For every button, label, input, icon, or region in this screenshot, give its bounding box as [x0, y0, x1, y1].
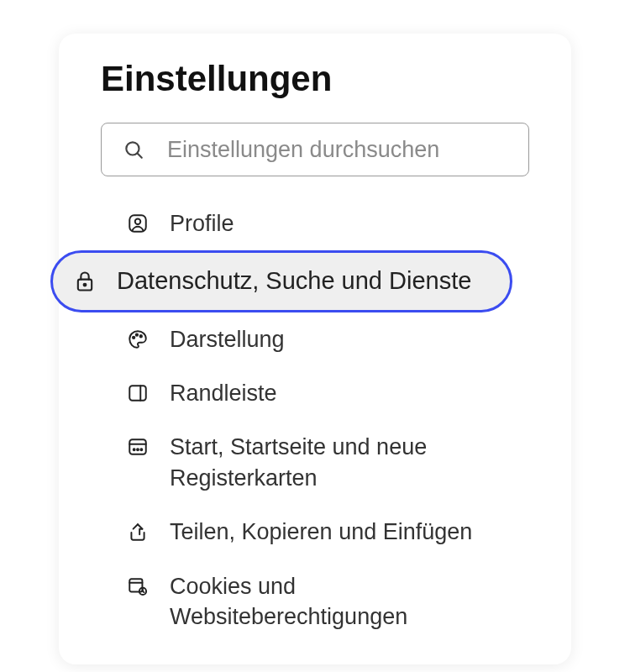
lock-icon	[73, 270, 97, 293]
page-title: Einstellungen	[101, 59, 529, 99]
nav-item-privacy[interactable]: Datenschutz, Suche und Dienste	[101, 250, 529, 312]
nav-item-profiles[interactable]: Profile	[101, 197, 529, 250]
nav-item-cookies[interactable]: Cookies und Websiteberechtigungen	[101, 559, 529, 644]
svg-point-15	[140, 449, 142, 451]
svg-point-7	[136, 333, 138, 335]
search-box[interactable]	[101, 123, 529, 176]
search-icon	[122, 138, 145, 161]
svg-rect-2	[129, 215, 146, 232]
nav-label: Profile	[170, 208, 234, 239]
nav-label: Datenschutz, Suche und Dienste	[117, 265, 471, 297]
nav-item-start[interactable]: Start, Startseite und neue Registerkarte…	[101, 420, 529, 505]
nav-label: Teilen, Kopieren und Einfügen	[170, 517, 472, 547]
settings-nav: Profile Datenschutz, Suche und Dienste	[101, 197, 529, 644]
nav-item-appearance[interactable]: Darstellung	[101, 312, 529, 366]
nav-label: Start, Startseite und neue Registerkarte…	[170, 432, 529, 493]
nav-label: Randleiste	[170, 378, 277, 408]
nav-label: Cookies und Websiteberechtigungen	[170, 571, 529, 633]
svg-rect-11	[129, 440, 146, 454]
svg-point-8	[140, 335, 142, 337]
svg-point-3	[135, 219, 141, 225]
settings-panel: Einstellungen Profile	[59, 34, 571, 664]
nav-item-share[interactable]: Teilen, Kopieren und Einfügen	[101, 505, 529, 559]
sidebar-panel-icon	[126, 381, 150, 405]
svg-rect-9	[129, 386, 146, 401]
svg-point-6	[133, 336, 134, 338]
search-input[interactable]	[167, 137, 508, 163]
palette-icon	[126, 328, 150, 351]
nav-label: Darstellung	[170, 324, 285, 354]
svg-point-13	[134, 449, 135, 451]
share-icon	[126, 521, 150, 544]
nav-item-sidebar[interactable]: Randleiste	[101, 366, 529, 420]
home-tab-icon	[126, 435, 150, 459]
svg-point-5	[84, 284, 87, 286]
profile-icon	[126, 212, 150, 235]
svg-line-1	[138, 154, 142, 158]
svg-point-14	[137, 449, 139, 451]
cookies-permissions-icon	[126, 575, 150, 598]
